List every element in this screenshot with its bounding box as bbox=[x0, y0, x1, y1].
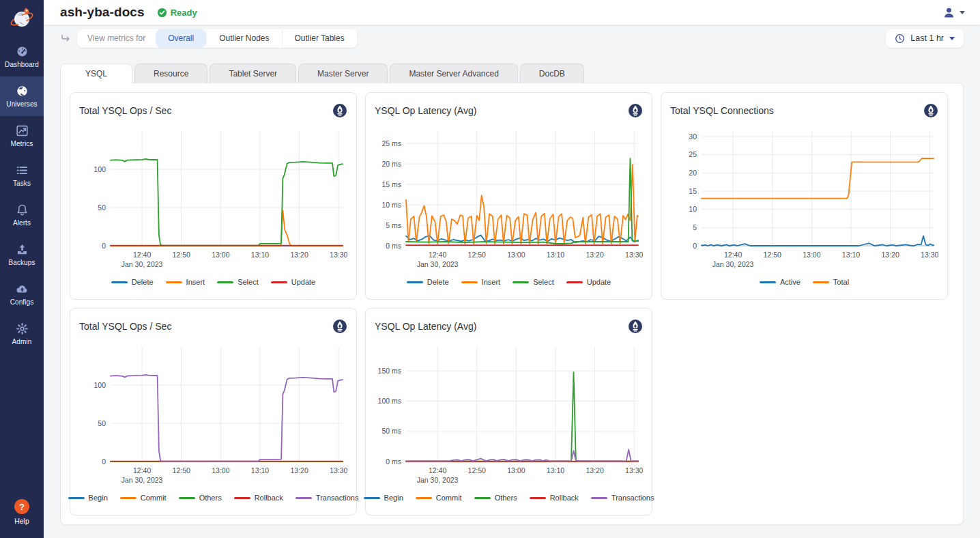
help-icon: ? bbox=[14, 499, 29, 514]
chart-panel-header: YSQL Op Latency (Avg) bbox=[375, 315, 643, 337]
chart-plot: 0 ms5 ms10 ms15 ms20 ms25 ms12:4012:5013… bbox=[375, 122, 643, 276]
legend-item-delete[interactable]: Delete bbox=[111, 278, 154, 286]
svg-text:50: 50 bbox=[98, 419, 106, 427]
legend-item-transactions[interactable]: Transactions bbox=[296, 494, 359, 502]
chart-plot: 0 ms50 ms100 ms150 ms12:4012:5013:0013:1… bbox=[375, 337, 643, 492]
chart-legend: ActiveTotal bbox=[670, 278, 938, 286]
time-range-selector[interactable]: Last 1 hr bbox=[886, 29, 964, 48]
svg-text:Jan 30, 2023: Jan 30, 2023 bbox=[417, 260, 459, 268]
legend-swatch bbox=[120, 497, 136, 499]
tab-master-server-advanced[interactable]: Master Server Advanced bbox=[390, 63, 517, 83]
legend-item-delete[interactable]: Delete bbox=[407, 278, 449, 286]
tab-docdb[interactable]: DocDB bbox=[520, 63, 584, 83]
sidebar: DashboardUniversesMetricsTasksAlertsBack… bbox=[0, 0, 44, 538]
legend-swatch bbox=[530, 497, 546, 499]
yugabyte-logo[interactable] bbox=[0, 0, 44, 37]
svg-text:13:10: 13:10 bbox=[251, 251, 269, 259]
sidebar-item-universes[interactable]: Universes bbox=[0, 76, 44, 116]
metrics-scope-tab-outlier-tables[interactable]: Outlier Tables bbox=[282, 29, 357, 48]
legend-swatch bbox=[166, 281, 182, 283]
svg-text:15 ms: 15 ms bbox=[381, 180, 401, 188]
tab-tablet-server[interactable]: Tablet Server bbox=[210, 63, 296, 83]
svg-text:13:20: 13:20 bbox=[290, 466, 308, 475]
tab-ysql[interactable]: YSQL bbox=[60, 63, 132, 83]
prometheus-icon[interactable] bbox=[628, 319, 643, 334]
bell-icon bbox=[16, 203, 29, 216]
main-area: ash-yba-docs Ready bbox=[44, 0, 980, 538]
sidebar-item-configs[interactable]: Configs bbox=[0, 274, 44, 314]
legend-item-rollback[interactable]: Rollback bbox=[234, 494, 283, 502]
legend-item-others[interactable]: Others bbox=[179, 494, 222, 502]
chart-title: YSQL Op Latency (Avg) bbox=[375, 105, 476, 116]
svg-text:13:10: 13:10 bbox=[547, 251, 564, 259]
sidebar-item-metrics[interactable]: Metrics bbox=[0, 116, 44, 156]
content-area: View metrics for OverallOutlier NodesOut… bbox=[44, 25, 980, 538]
tab-master-server[interactable]: Master Server bbox=[298, 63, 388, 83]
legend-item-select[interactable]: Select bbox=[217, 278, 259, 286]
legend-item-insert[interactable]: Insert bbox=[166, 278, 205, 286]
help-label: Help bbox=[14, 517, 29, 525]
chart-title: Total YSQL Ops / Sec bbox=[79, 105, 171, 116]
svg-text:12:40: 12:40 bbox=[724, 251, 742, 259]
svg-text:13:30: 13:30 bbox=[625, 466, 643, 475]
legend-swatch bbox=[296, 497, 312, 499]
user-menu[interactable] bbox=[942, 6, 965, 19]
legend-item-begin[interactable]: Begin bbox=[364, 494, 403, 502]
legend-item-commit[interactable]: Commit bbox=[416, 494, 462, 502]
planet-rocket-icon bbox=[8, 5, 35, 32]
sidebar-item-backups[interactable]: Backups bbox=[0, 235, 44, 274]
chart-panel: Total YSQL Connections 05101520253012:40… bbox=[661, 92, 948, 300]
legend-item-select[interactable]: Select bbox=[513, 278, 554, 286]
sidebar-item-tasks[interactable]: Tasks bbox=[0, 156, 44, 195]
prometheus-icon[interactable] bbox=[628, 103, 643, 118]
sidebar-item-admin[interactable]: Admin bbox=[0, 314, 44, 354]
prometheus-icon[interactable] bbox=[923, 103, 938, 118]
metric-category-tabs: YSQLResourceTablet ServerMaster ServerMa… bbox=[60, 63, 964, 83]
legend-swatch bbox=[271, 281, 287, 283]
svg-text:13:30: 13:30 bbox=[625, 251, 643, 259]
legend-item-total[interactable]: Total bbox=[813, 278, 849, 286]
chevron-down-icon bbox=[949, 37, 955, 40]
svg-text:13:30: 13:30 bbox=[330, 251, 347, 259]
legend-item-rollback[interactable]: Rollback bbox=[530, 494, 579, 502]
legend-item-update[interactable]: Update bbox=[271, 278, 315, 286]
chart-panel-header: Total YSQL Connections bbox=[670, 100, 938, 122]
tab-resource[interactable]: Resource bbox=[134, 63, 207, 83]
sidebar-spacer bbox=[0, 354, 44, 490]
svg-text:100 ms: 100 ms bbox=[378, 397, 401, 405]
legend-label: Transactions bbox=[611, 494, 654, 502]
legend-item-transactions[interactable]: Transactions bbox=[591, 494, 654, 502]
svg-text:10 ms: 10 ms bbox=[381, 201, 401, 209]
chart-title: YSQL Op Latency (Avg) bbox=[375, 321, 476, 332]
metrics-scope-label: View metrics for bbox=[77, 29, 156, 48]
metrics-scope-tab-overall[interactable]: Overall bbox=[156, 29, 206, 48]
chart-panel-header: Total YSQL Ops / Sec bbox=[79, 315, 347, 337]
metrics-scope-tab-outlier-nodes[interactable]: Outlier Nodes bbox=[206, 29, 281, 48]
legend-item-insert[interactable]: Insert bbox=[461, 278, 501, 286]
legend-label: Begin bbox=[384, 494, 403, 502]
prometheus-icon[interactable] bbox=[332, 103, 347, 118]
legend-item-active[interactable]: Active bbox=[760, 278, 801, 286]
legend-swatch bbox=[474, 497, 491, 499]
svg-text:0 ms: 0 ms bbox=[386, 457, 401, 466]
sidebar-item-alerts[interactable]: Alerts bbox=[0, 195, 44, 235]
svg-text:13:10: 13:10 bbox=[251, 466, 269, 475]
cloud-upload-icon bbox=[16, 283, 29, 296]
chart-legend: BeginCommitOthersRollbackTransactions bbox=[375, 494, 643, 502]
legend-item-commit[interactable]: Commit bbox=[120, 494, 167, 502]
svg-text:0 ms: 0 ms bbox=[386, 242, 401, 250]
svg-text:100: 100 bbox=[93, 165, 106, 173]
legend-swatch bbox=[217, 281, 233, 283]
sidebar-item-help[interactable]: ? Help bbox=[0, 490, 44, 534]
gear-icon bbox=[16, 322, 29, 335]
svg-text:13:00: 13:00 bbox=[212, 251, 229, 259]
svg-text:0: 0 bbox=[102, 457, 106, 466]
charts-board: Total YSQL Ops / Sec 05010012:4012:5013:… bbox=[60, 83, 964, 525]
sidebar-item-dashboard[interactable]: Dashboard bbox=[0, 37, 44, 76]
legend-item-begin[interactable]: Begin bbox=[68, 494, 108, 502]
legend-item-others[interactable]: Others bbox=[474, 494, 517, 502]
svg-text:100: 100 bbox=[93, 381, 106, 389]
metrics-scope-bar: View metrics for OverallOutlier NodesOut… bbox=[60, 29, 964, 48]
prometheus-icon[interactable] bbox=[332, 319, 347, 334]
legend-item-update[interactable]: Update bbox=[566, 278, 611, 286]
